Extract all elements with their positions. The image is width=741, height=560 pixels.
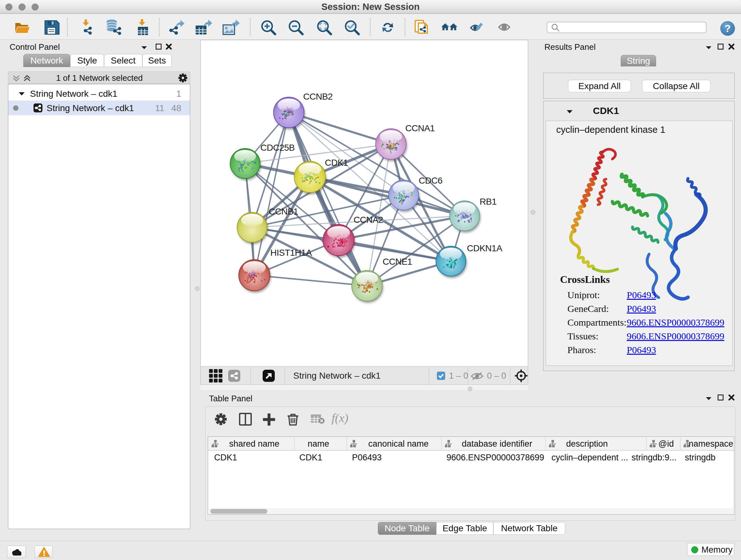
svg-text:RB1: RB1: [480, 197, 496, 206]
svg-text:CDC25B: CDC25B: [260, 143, 294, 152]
svg-text:CCNA1: CCNA1: [405, 123, 434, 133]
svg-text:CDC6: CDC6: [419, 176, 442, 186]
svg-text:CCNA2: CCNA2: [354, 215, 383, 225]
svg-text:CDKN1A: CDKN1A: [467, 243, 502, 253]
svg-text:CDK1: CDK1: [325, 158, 348, 168]
svg-text:CCNE1: CCNE1: [383, 257, 412, 266]
svg-text:HIST1H1A: HIST1H1A: [270, 248, 312, 258]
svg-text:CCNB1: CCNB1: [269, 206, 298, 216]
svg-text:CCNB2: CCNB2: [303, 91, 333, 102]
